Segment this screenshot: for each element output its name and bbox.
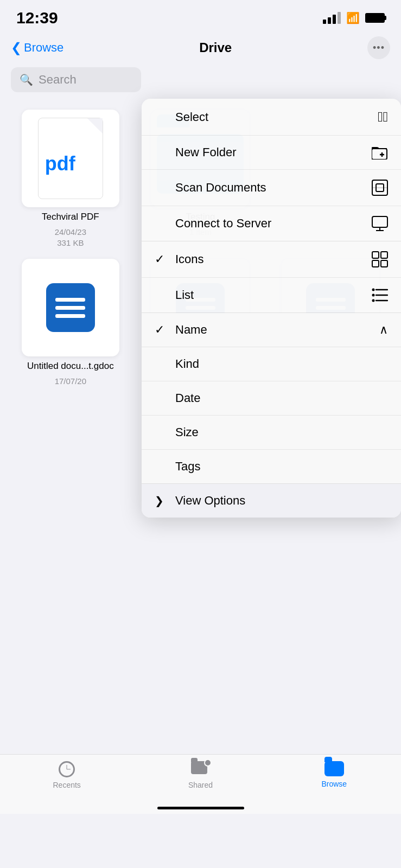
tab-bar: Recents Shared Browse [0, 754, 401, 814]
file-meta: 17/07/20 [55, 376, 86, 387]
menu-item-icons[interactable]: ✓ Icons [142, 241, 401, 278]
menu-item-scan[interactable]: Scan Documents [142, 170, 401, 206]
menu-label-date: Date [175, 391, 200, 405]
signal-icon [323, 12, 341, 24]
svg-rect-12 [381, 260, 387, 267]
scan-icon [372, 180, 388, 196]
tab-label-shared: Shared [188, 781, 213, 789]
menu-label-tags: Tags [175, 459, 200, 474]
svg-point-18 [372, 299, 375, 302]
tab-recents[interactable]: Recents [0, 761, 133, 789]
tab-shared[interactable]: Shared [133, 761, 267, 789]
more-options-button[interactable]: ••• [367, 36, 390, 59]
menu-label-icons: Icons [175, 252, 204, 266]
file-icon-pdf: pdf [22, 110, 119, 207]
menu-item-size[interactable]: Size [142, 416, 401, 450]
menu-section-actions: Select ✓⃝ New Folder Sca [142, 99, 401, 241]
menu-label-name: Name [175, 323, 207, 337]
gdoc-lines-icon [55, 298, 85, 318]
svg-rect-11 [372, 260, 379, 267]
icons-grid-icon [372, 251, 388, 267]
search-icon: 🔍 [20, 73, 33, 86]
menu-section-view: ✓ Icons List [142, 241, 401, 313]
monitor-icon [372, 216, 388, 231]
menu-section-sort: ✓ Name ∧ Kind Date Size [142, 313, 401, 484]
menu-label-select: Select [175, 110, 208, 124]
menu-item-tags[interactable]: Tags [142, 450, 401, 483]
menu-item-new-folder[interactable]: New Folder [142, 136, 401, 170]
tab-browse[interactable]: Browse [268, 761, 401, 788]
battery-icon [365, 13, 385, 23]
menu-item-name[interactable]: ✓ Name ∧ [142, 313, 401, 347]
new-folder-icon [372, 145, 388, 159]
tab-label-recents: Recents [53, 781, 80, 789]
gdoc-icon [46, 283, 95, 332]
menu-item-view-options[interactable]: ❯ View Options [142, 484, 401, 518]
shared-icon [191, 761, 209, 777]
menu-check-icons: ✓ [155, 252, 168, 266]
view-options-arrow-left: ❯ [155, 494, 168, 507]
svg-point-16 [372, 289, 375, 291]
menu-label-size: Size [175, 425, 199, 439]
menu-label-scan: Scan Documents [175, 181, 266, 195]
status-icons: 📶 [323, 11, 385, 24]
context-menu: Select ✓⃝ New Folder Sca [142, 99, 401, 518]
search-bar[interactable]: 🔍 Search [11, 67, 141, 92]
back-chevron-icon: ❮ [11, 40, 22, 55]
menu-label-connect: Connect to Server [175, 216, 271, 231]
menu-item-kind[interactable]: Kind [142, 347, 401, 381]
file-icon-gdoc [22, 259, 119, 356]
back-button[interactable]: ❮ Browse [11, 40, 63, 55]
search-placeholder: Search [39, 73, 77, 87]
pdf-document-icon: pdf [38, 118, 103, 199]
select-icon: ✓⃝ [378, 108, 388, 125]
menu-item-connect[interactable]: Connect to Server [142, 206, 401, 241]
menu-check-name: ✓ [155, 323, 168, 337]
menu-item-select[interactable]: Select ✓⃝ [142, 99, 401, 136]
browse-folder-icon [324, 761, 344, 776]
status-bar: 12:39 📶 [0, 0, 401, 33]
menu-label-kind: Kind [175, 357, 199, 371]
recents-icon [59, 761, 75, 777]
file-name: Untitled docu...t.gdoc [27, 361, 114, 372]
page-title: Drive [199, 40, 232, 55]
svg-rect-10 [381, 252, 387, 258]
menu-item-date[interactable]: Date [142, 381, 401, 416]
sort-direction-icon: ∧ [379, 323, 388, 337]
ellipsis-icon: ••• [373, 42, 385, 54]
nav-header: ❮ Browse Drive ••• [0, 33, 401, 63]
back-label: Browse [24, 41, 63, 55]
file-name: Techviral PDF [42, 212, 99, 222]
search-container: 🔍 Search [0, 63, 401, 99]
svg-rect-6 [372, 216, 387, 227]
file-meta: 24/04/23331 KB [55, 227, 86, 248]
svg-rect-0 [372, 149, 387, 159]
menu-item-list[interactable]: List [142, 278, 401, 312]
list-item[interactable]: pdf Techviral PDF 24/04/23331 KB [11, 110, 130, 248]
tab-label-browse: Browse [321, 780, 347, 788]
status-time: 12:39 [16, 9, 58, 27]
main-content: pdf Techviral PDF 24/04/23331 KB Testing… [0, 99, 401, 814]
shared-person-icon [204, 759, 212, 767]
menu-label-new-folder: New Folder [175, 145, 236, 159]
list-item[interactable]: Untitled docu...t.gdoc 17/07/20 [11, 259, 130, 397]
svg-rect-9 [372, 252, 379, 258]
list-icon [372, 288, 388, 303]
menu-label-list: List [175, 288, 194, 302]
svg-point-17 [372, 294, 375, 297]
menu-label-view-options: View Options [175, 494, 245, 508]
wifi-icon: 📶 [346, 11, 360, 24]
home-indicator [157, 807, 244, 809]
